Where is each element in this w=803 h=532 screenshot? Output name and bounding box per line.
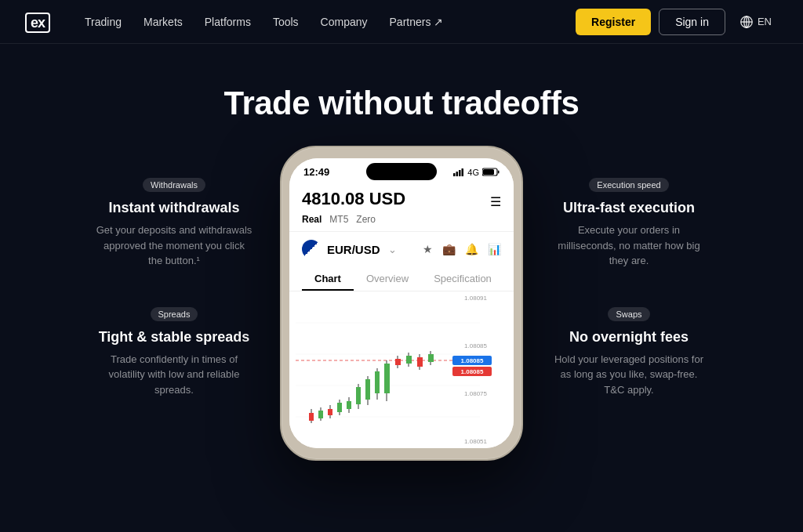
svg-rect-4	[453, 173, 456, 176]
register-button[interactable]: Register	[576, 9, 651, 35]
navbar: ex Trading Markets Platforms Tools Compa…	[0, 0, 803, 44]
feature-swaps: Swaps No overnight fees Hold your levera…	[550, 306, 707, 398]
chart-tab-overview[interactable]: Overview	[354, 266, 421, 291]
phone-account-tabs: Real MT5 Zero	[302, 214, 501, 225]
phone-chart-area: 1.08091 1.08085 1.08075 1.08051	[289, 291, 514, 448]
svg-rect-17	[309, 413, 314, 421]
svg-rect-10	[498, 171, 500, 174]
svg-rect-7	[462, 168, 464, 176]
svg-rect-31	[375, 371, 380, 393]
signal-icon	[453, 168, 464, 176]
nav-item-company[interactable]: Company	[311, 9, 377, 34]
star-icon[interactable]: ★	[423, 243, 433, 255]
pair-name[interactable]: EUR/USD	[327, 243, 380, 256]
nav-links: Trading Markets Platforms Tools Company …	[75, 9, 576, 34]
svg-rect-41	[428, 354, 434, 362]
svg-rect-39	[417, 357, 423, 367]
left-features: Withdrawals Instant withdrawals Get your…	[64, 130, 253, 397]
logo[interactable]: ex	[25, 12, 50, 32]
spreads-title: Tight & stable spreads	[96, 329, 253, 346]
nav-item-markets[interactable]: Markets	[134, 9, 192, 34]
svg-rect-37	[406, 356, 412, 364]
feature-withdrawals: Withdrawals Instant withdrawals Get your…	[96, 177, 253, 269]
phone-chart-tabs: Chart Overview Specification	[289, 266, 514, 291]
briefcase-icon[interactable]: 💼	[442, 243, 456, 255]
swaps-badge: Swaps	[608, 307, 649, 321]
svg-text:1.08085: 1.08085	[461, 357, 484, 364]
account-tab-mt5[interactable]: MT5	[329, 214, 348, 225]
signin-button[interactable]: Sign in	[659, 9, 725, 35]
spreads-badge: Spreads	[151, 307, 198, 321]
candlestick-chart: 1.08085 1.08085	[289, 291, 514, 448]
nav-item-tools[interactable]: Tools	[263, 9, 308, 34]
phone-mockup-container: 12:49 4G	[253, 130, 550, 461]
phone-screen: 12:49 4G	[289, 158, 514, 448]
hero-title: Trade without tradeoffs	[224, 85, 580, 122]
svg-rect-19	[318, 411, 323, 418]
svg-rect-9	[483, 169, 494, 175]
bell-icon[interactable]: 🔔	[465, 243, 478, 255]
lang-label: EN	[758, 16, 772, 27]
account-tab-real[interactable]: Real	[302, 214, 322, 225]
execution-desc: Execute your orders in milliseconds, no …	[550, 223, 707, 269]
nav-item-platforms[interactable]: Platforms	[195, 9, 260, 34]
main-content: Withdrawals Instant withdrawals Get your…	[0, 130, 803, 532]
pair-action-icons: ★ 💼 🔔 📊	[423, 243, 501, 255]
feature-execution: Execution speed Ultra-fast execution Exe…	[550, 177, 707, 269]
phone-mockup: 12:49 4G	[280, 146, 523, 461]
execution-badge: Execution speed	[589, 178, 668, 192]
spreads-desc: Trade confidently in times of volatility…	[96, 352, 253, 398]
chart-tab-specification[interactable]: Specification	[421, 266, 504, 291]
svg-rect-35	[395, 359, 401, 365]
phone-balance: 4810.08 USD	[302, 189, 405, 209]
svg-rect-6	[459, 170, 461, 176]
table-icon[interactable]: 📊	[488, 243, 501, 255]
withdrawals-title: Instant withdrawals	[96, 200, 253, 216]
withdrawals-desc: Get your deposits and withdrawals approv…	[96, 223, 253, 269]
svg-rect-27	[356, 387, 361, 404]
svg-rect-21	[328, 409, 332, 415]
phone-notch	[366, 163, 437, 180]
phone-menu-icon[interactable]: ☰	[490, 194, 501, 209]
swaps-desc: Hold your leveraged positions for as lon…	[550, 352, 707, 398]
language-selector[interactable]: EN	[733, 10, 778, 34]
battery-icon	[482, 168, 500, 176]
svg-rect-33	[384, 364, 390, 393]
pair-dropdown-icon[interactable]: ⌄	[388, 244, 397, 255]
phone-status-bar: 12:49 4G	[289, 158, 514, 181]
nav-item-partners[interactable]: Partners ↗	[380, 9, 453, 34]
chart-tab-chart[interactable]: Chart	[302, 266, 354, 291]
withdrawals-badge: Withdrawals	[143, 178, 205, 192]
phone-pair-row: EUR/USD ⌄ ★ 💼 🔔 📊	[289, 232, 514, 266]
execution-title: Ultra-fast execution	[550, 200, 707, 216]
pair-flag-icon	[302, 240, 321, 259]
swaps-title: No overnight fees	[550, 329, 707, 346]
phone-status-icons: 4G	[453, 168, 500, 177]
right-features: Execution speed Ultra-fast execution Exe…	[550, 130, 739, 397]
phone-time: 12:49	[303, 166, 329, 178]
nav-item-trading[interactable]: Trading	[75, 9, 131, 34]
svg-text:1.08085: 1.08085	[461, 368, 484, 375]
nav-actions: Register Sign in EN	[576, 9, 778, 35]
hero-section: Trade without tradeoffs Withdrawals Inst…	[0, 44, 803, 532]
account-tab-zero[interactable]: Zero	[356, 214, 376, 225]
globe-icon	[739, 15, 754, 29]
phone-header: 4810.08 USD ☰ Real MT5 Zero	[289, 181, 514, 232]
svg-rect-23	[337, 403, 342, 412]
svg-rect-5	[456, 172, 459, 176]
svg-rect-25	[347, 401, 351, 409]
network-label: 4G	[467, 168, 479, 177]
feature-spreads: Spreads Tight & stable spreads Trade con…	[96, 306, 253, 398]
svg-rect-29	[365, 379, 370, 400]
